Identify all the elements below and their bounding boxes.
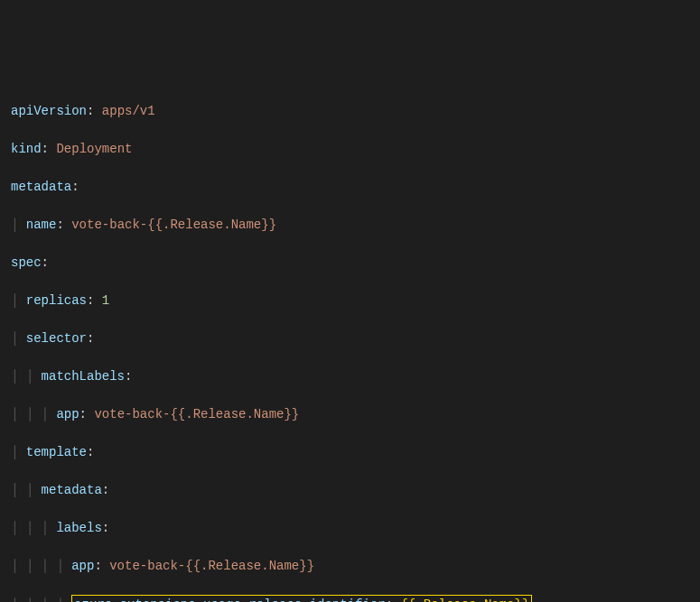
code-line: │ template: [11,443,689,462]
code-line: │ │ metadata: [11,481,689,500]
code-line: │ │ matchLabels: [11,367,689,386]
code-line: │ name: vote-back-{{.Release.Name}} [11,216,689,235]
code-line: │ │ │ labels: [11,519,689,538]
code-editor[interactable]: apiVersion: apps/v1 kind: Deployment met… [11,83,689,602]
code-line: apiVersion: apps/v1 [11,102,689,121]
code-line: │ │ │ app: vote-back-{{.Release.Name}} [11,405,689,424]
code-line-highlighted: │ │ │ │ azure-extensions-usage-release-i… [11,595,689,602]
code-line: │ replicas: 1 [11,292,689,310]
code-line: │ │ │ │ app: vote-back-{{.Release.Name}} [11,557,689,576]
code-line: │ selector: [11,329,689,348]
code-line: spec: [11,254,689,273]
code-line: metadata: [11,178,689,197]
highlight-annotation: azure-extensions-usage-release-identifie… [71,595,532,602]
code-line: kind: Deployment [11,140,689,159]
